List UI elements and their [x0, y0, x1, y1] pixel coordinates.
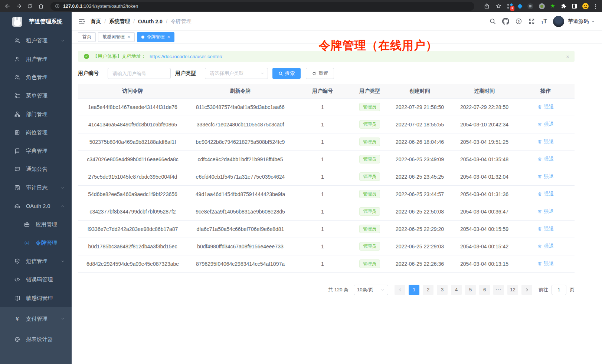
- grid-extension-icon[interactable]: 9: [507, 4, 513, 9]
- user-id-input[interactable]: [108, 68, 171, 79]
- force-logout-button[interactable]: 强退: [537, 243, 554, 249]
- sidebar-item-sms[interactable]: 短信管理: [0, 252, 72, 271]
- split-view-icon[interactable]: [572, 4, 577, 9]
- text-size-icon[interactable]: TT: [541, 19, 547, 24]
- force-logout-button[interactable]: 强退: [537, 156, 554, 162]
- sidebar-item-label: 短信管理: [26, 258, 48, 265]
- breadcrumb-item[interactable]: OAuth 2.0: [138, 19, 163, 24]
- page-button-5[interactable]: 5: [465, 285, 476, 295]
- close-icon[interactable]: ×: [167, 34, 170, 39]
- record-extension-icon[interactable]: [539, 3, 545, 9]
- reset-button[interactable]: 重置: [306, 68, 334, 79]
- fullscreen-icon[interactable]: [528, 18, 535, 25]
- sidebar-item-label: 角色管理: [26, 74, 48, 81]
- tab-home[interactable]: 首页: [78, 32, 96, 42]
- sidebar-item-oauth2-app[interactable]: 应用管理: [0, 215, 72, 234]
- reset-button-label: 重置: [318, 70, 328, 77]
- page-button-4[interactable]: 4: [451, 285, 462, 295]
- chevron-down-icon[interactable]: [592, 21, 595, 24]
- reload-icon[interactable]: [27, 3, 33, 9]
- force-logout-button[interactable]: 强退: [537, 191, 554, 197]
- info-icon[interactable]: [55, 4, 60, 9]
- force-logout-button[interactable]: 强退: [537, 225, 554, 232]
- sms-shield-icon: [14, 258, 20, 264]
- tab-token[interactable]: 令牌管理×: [137, 32, 175, 42]
- force-logout-button[interactable]: 强退: [537, 173, 554, 180]
- page-button-12[interactable]: 12: [507, 285, 518, 295]
- page-button-1[interactable]: 1: [409, 285, 419, 295]
- help-icon[interactable]: ?: [515, 18, 522, 25]
- sidebar-item-dict[interactable]: 字典管理: [0, 142, 72, 161]
- puzzle-extensions-icon[interactable]: [561, 3, 566, 9]
- select-placeholder: 请选择用户类型: [210, 70, 243, 77]
- user-type-badge: 管理员: [359, 207, 380, 216]
- sidebar-toggle-icon[interactable]: [78, 18, 85, 25]
- app-logo[interactable]: 芋道管理系统: [0, 12, 72, 31]
- logo-rabbit-icon: [12, 17, 22, 27]
- close-icon[interactable]: ×: [127, 34, 130, 39]
- breadcrumb-item[interactable]: 首页: [91, 18, 101, 25]
- breadcrumb-item[interactable]: 系统管理: [109, 18, 130, 25]
- user-type-select[interactable]: 请选择用户类型: [205, 68, 268, 79]
- filter-form: 用户编号 用户类型 请选择用户类型 搜索 重置: [78, 68, 575, 79]
- next-page-button[interactable]: [521, 285, 532, 295]
- sidebar-item-error-code[interactable]: 错误码管理: [0, 271, 72, 289]
- force-logout-button[interactable]: 强退: [537, 260, 554, 267]
- page-button-2[interactable]: 2: [423, 285, 433, 295]
- sidebar-item-post[interactable]: 岗位管理: [0, 123, 72, 142]
- avatar[interactable]: [553, 16, 564, 27]
- gem-extension-icon[interactable]: [517, 3, 522, 9]
- sidebar-item-report[interactable]: 报表设计器: [0, 329, 72, 350]
- trash-icon: [537, 157, 542, 162]
- role-users-icon: [14, 74, 20, 80]
- browser-menu-icon[interactable]: [594, 3, 597, 10]
- alert-doc-link[interactable]: https://doc.iocoder.cn/user-center/: [150, 54, 222, 59]
- forward-icon[interactable]: [16, 3, 22, 9]
- force-logout-button[interactable]: 强退: [537, 121, 554, 128]
- sidebar-item-user[interactable]: 用户管理: [0, 50, 72, 69]
- search-icon[interactable]: [489, 18, 496, 25]
- github-icon[interactable]: [502, 18, 509, 25]
- user-id-cell: 1: [293, 238, 352, 255]
- sidebar-item-oauth2-token[interactable]: A令牌管理: [0, 234, 72, 252]
- tab-label: 敏感词管理: [102, 34, 125, 40]
- page-button-6[interactable]: 6: [479, 285, 490, 295]
- table-row: 54d6be82ee5a460a9aedc1f9bf22365649d1aa46…: [78, 185, 575, 203]
- force-logout-button[interactable]: 强退: [537, 138, 554, 145]
- sidebar-item-audit-log[interactable]: 审计日志: [0, 179, 72, 197]
- force-logout-label: 强退: [544, 243, 554, 249]
- sidebar-item-notice[interactable]: 通知公告: [0, 160, 72, 179]
- more-pages-button[interactable]: ···: [493, 285, 504, 295]
- page-button-3[interactable]: 3: [437, 285, 448, 295]
- emoji-profile-icon[interactable]: [582, 3, 589, 9]
- share-icon[interactable]: [484, 3, 490, 9]
- page-size-select[interactable]: 10条/页: [354, 285, 388, 295]
- sidebar-item-role[interactable]: 角色管理: [0, 68, 72, 87]
- star-extension-icon[interactable]: ★: [550, 3, 555, 9]
- user-type-badge: 管理员: [359, 155, 380, 163]
- sidebar-item-pay[interactable]: ¥支付管理: [0, 309, 72, 329]
- command-extension-icon[interactable]: [527, 3, 533, 9]
- back-icon[interactable]: [4, 3, 11, 9]
- url-bar[interactable]: 127.0.0.1:1024/system/oauth2/token: [50, 2, 474, 11]
- tab-sensitive-word[interactable]: 敏感词管理×: [98, 32, 135, 42]
- force-logout-button[interactable]: 强退: [537, 208, 554, 215]
- breadcrumb: 首页/系统管理/OAuth 2.0/令牌管理: [91, 18, 192, 25]
- force-logout-button[interactable]: 强退: [537, 103, 554, 110]
- sidebar-item-tenant[interactable]: 租户管理: [0, 32, 72, 50]
- post-badge-icon: [14, 129, 20, 136]
- prev-page-button[interactable]: [395, 285, 405, 295]
- user-icon: [14, 56, 20, 62]
- user-name[interactable]: 芋道源码: [568, 18, 589, 25]
- search-button[interactable]: 搜索: [272, 68, 301, 79]
- close-icon[interactable]: ×: [566, 54, 569, 59]
- sidebar-item-dept[interactable]: 部门管理: [0, 105, 72, 123]
- force-logout-label: 强退: [544, 173, 554, 180]
- bookmark-star-icon[interactable]: [495, 3, 502, 9]
- home-icon[interactable]: [38, 3, 44, 9]
- goto-page-input[interactable]: [552, 285, 566, 295]
- trash-icon: [537, 139, 542, 144]
- sidebar-item-sensitive-word[interactable]: 敏感词管理: [0, 289, 72, 307]
- sidebar-item-oauth2[interactable]: OAuth 2.0: [0, 197, 72, 215]
- sidebar-item-menu[interactable]: 菜单管理: [0, 87, 72, 105]
